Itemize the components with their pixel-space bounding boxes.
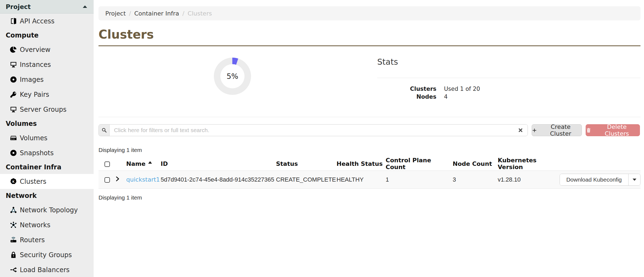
sidebar-section-compute: Compute: [0, 29, 94, 42]
sidebar-item-server-groups[interactable]: Server Groups: [0, 102, 94, 117]
clear-search-icon[interactable]: [518, 127, 523, 133]
sidebar-item-snapshots[interactable]: Snapshots: [0, 145, 94, 160]
column-header-id[interactable]: ID: [161, 157, 276, 171]
stats-value: 4: [444, 93, 448, 101]
sidebar-item-label: Network Topology: [20, 206, 78, 214]
stats-panel: Stats Clusters Used 1 of 20 Nodes 4: [377, 57, 640, 101]
caret-down-icon: [633, 179, 636, 181]
cluster-kubernetes-version-cell: v1.28.10: [498, 171, 559, 189]
breadcrumb-separator: /: [182, 10, 184, 17]
breadcrumb-project[interactable]: Project: [105, 10, 126, 17]
main-content: Project / Container Infra / Clusters Clu…: [94, 0, 644, 277]
router-icon: [10, 236, 17, 244]
sidebar-item-key-pairs[interactable]: Key Pairs: [0, 87, 94, 102]
table-header-row: Name ID Status Health Status Control Pla…: [99, 157, 640, 171]
cluster-name-link[interactable]: quickstart1: [126, 176, 160, 183]
disc-icon: [10, 76, 17, 83]
pie-gauge-icon: [10, 46, 17, 53]
key-icon: [10, 91, 17, 98]
column-header-status[interactable]: Status: [276, 157, 337, 171]
sidebar-section-volumes: Volumes: [0, 117, 94, 130]
cluster-control-plane-count-cell: 1: [386, 171, 453, 189]
expand-row-chevron-icon[interactable]: [115, 176, 120, 182]
sidebar-nav: API Access Compute Overview Instances Im…: [0, 14, 94, 277]
sidebar-item-label: Security Groups: [20, 251, 72, 259]
stats-label: Nodes: [377, 93, 436, 101]
row-action-split-button: Download Kubeconfig: [560, 174, 640, 186]
column-header-control-plane-count[interactable]: Control Plane Count: [386, 157, 453, 171]
breadcrumb-separator: /: [129, 10, 131, 17]
stats-rule: [377, 78, 640, 78]
search-icon: [99, 125, 110, 136]
item-count-top: Displaying 1 item: [99, 147, 640, 154]
desktop-icon: [10, 106, 17, 113]
sidebar-item-overview[interactable]: Overview: [0, 42, 94, 57]
donut-percent-label: 5%: [214, 58, 251, 95]
sidebar-item-routers[interactable]: Routers: [0, 232, 94, 247]
column-header-health-status[interactable]: Health Status: [337, 157, 386, 171]
select-all-checkbox[interactable]: [104, 161, 110, 167]
breadcrumb-container-infra[interactable]: Container Infra: [134, 10, 179, 17]
column-header-node-count[interactable]: Node Count: [453, 157, 498, 171]
sidebar-item-networks[interactable]: Networks: [0, 217, 94, 232]
stats-title: Stats: [377, 57, 640, 67]
stats-row-clusters: Clusters Used 1 of 20: [377, 85, 640, 93]
door-open-icon: [10, 17, 17, 25]
breadcrumb: Project / Container Infra / Clusters: [99, 6, 640, 20]
stats-row-nodes: Nodes 4: [377, 93, 640, 101]
download-kubeconfig-button[interactable]: Download Kubeconfig: [560, 174, 628, 185]
delete-clusters-button[interactable]: Delete Clusters: [586, 124, 640, 136]
kubernetes-icon: [10, 178, 17, 185]
sidebar-project-header[interactable]: Project: [0, 0, 94, 14]
column-header-name[interactable]: Name: [126, 157, 161, 171]
sidebar-item-network-topology[interactable]: Network Topology: [0, 203, 94, 217]
create-cluster-label: Create Cluster: [540, 123, 582, 137]
sidebar-section-network: Network: [0, 189, 94, 203]
stats-value: Used 1 of 20: [444, 85, 480, 93]
quota-donut-chart: 5%: [214, 58, 251, 95]
sidebar-item-instances[interactable]: Instances: [0, 57, 94, 72]
column-header-label: Name: [126, 160, 145, 167]
cluster-id-cell: 5d7d9401-2c74-45e4-8add-914c35227365: [161, 171, 276, 189]
sidebar-item-images[interactable]: Images: [0, 72, 94, 87]
section-divider: [99, 117, 640, 117]
sidebar-item-load-balancers[interactable]: Load Balancers: [0, 262, 94, 277]
quota-section: 5% Stats Clusters Used 1 of 20 Nodes 4: [99, 46, 640, 117]
disc-icon: [10, 149, 17, 157]
item-count-bottom: Displaying 1 item: [99, 194, 640, 201]
cluster-status-cell: CREATE_COMPLETE: [276, 171, 337, 189]
sidebar-item-label: Snapshots: [20, 149, 54, 157]
plus-icon: [532, 128, 537, 133]
collapse-caret-up-icon[interactable]: [83, 5, 87, 8]
table-row: quickstart1 5d7d9401-2c74-45e4-8add-914c…: [99, 171, 640, 189]
page-title: Clusters: [99, 29, 640, 41]
branch-arrows-icon: [10, 266, 17, 273]
sidebar-item-label: Clusters: [20, 178, 46, 185]
sort-asc-caret-icon: [148, 161, 152, 164]
sidebar-item-label: Instances: [20, 61, 51, 69]
clusters-table: Name ID Status Health Status Control Pla…: [99, 157, 640, 189]
sidebar-item-label: Networks: [20, 221, 50, 229]
row-action-dropdown-toggle[interactable]: [628, 174, 640, 185]
cluster-health-status-cell: HEALTHY: [337, 171, 386, 189]
row-checkbox[interactable]: [104, 177, 110, 183]
sidebar-item-api-access[interactable]: API Access: [0, 14, 94, 29]
column-header-actions: [559, 157, 640, 171]
sidebar-item-label: Routers: [20, 236, 45, 244]
breadcrumb-clusters-current: Clusters: [188, 10, 212, 17]
sidebar-item-security-groups[interactable]: Security Groups: [0, 247, 94, 262]
delete-clusters-label: Delete Clusters: [594, 123, 640, 137]
stats-label: Clusters: [377, 85, 436, 93]
hdd-icon: [10, 134, 17, 142]
column-header-kubernetes-version[interactable]: Kubernetes Version: [498, 157, 559, 171]
create-cluster-button[interactable]: Create Cluster: [532, 124, 582, 136]
sidebar-project-label: Project: [6, 3, 31, 10]
sidebar-item-clusters[interactable]: Clusters: [0, 174, 94, 189]
desktop-icon: [10, 61, 17, 68]
search-box: [99, 124, 528, 136]
cluster-node-count-cell: 3: [453, 171, 498, 189]
search-input[interactable]: [110, 125, 528, 136]
sidebar-item-label: Overview: [20, 46, 50, 54]
hub-icon: [10, 221, 17, 229]
sidebar-item-volumes[interactable]: Volumes: [0, 130, 94, 145]
